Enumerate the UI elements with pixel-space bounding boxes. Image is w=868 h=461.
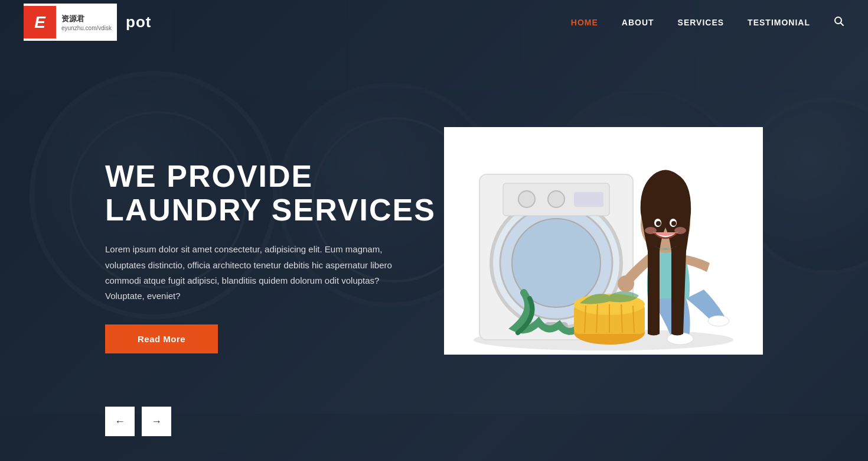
- search-icon[interactable]: [834, 18, 844, 28]
- prev-arrow-button[interactable]: ←: [105, 407, 135, 436]
- hero-image-card: [444, 127, 763, 355]
- nav-arrows: ← →: [105, 407, 171, 436]
- nav-item-testimonial[interactable]: TESTIMONIAL: [748, 17, 810, 28]
- nav-link-services[interactable]: SERVICES: [678, 18, 725, 27]
- nav-link-about[interactable]: ABOUT: [622, 18, 654, 27]
- site-title: pot: [126, 13, 151, 31]
- svg-point-22: [670, 334, 691, 343]
- hero-headline-line1: WE PROVIDE: [105, 159, 313, 193]
- svg-point-31: [645, 227, 657, 234]
- navbar: E 资源君 eyunzhu.com/vdisk pot HOME ABOUT S…: [0, 0, 868, 44]
- svg-point-29: [656, 221, 661, 226]
- search-nav-item[interactable]: [834, 16, 844, 29]
- logo-subtitle: eyunzhu.com/vdisk: [60, 25, 113, 32]
- hero-headline-line2: LAUNDRY SERVICES: [105, 193, 436, 227]
- nav-link-testimonial[interactable]: TESTIMONIAL: [748, 18, 810, 27]
- svg-point-30: [671, 221, 676, 226]
- nav-links: HOME ABOUT SERVICES TESTIMONIAL: [571, 16, 844, 29]
- hero-illustration: [444, 127, 763, 355]
- svg-rect-25: [621, 278, 628, 291]
- nav-link-home[interactable]: HOME: [571, 18, 598, 27]
- logo-chinese: 资源君: [60, 13, 113, 25]
- svg-rect-12: [574, 192, 603, 207]
- logo-text: 资源君 eyunzhu.com/vdisk: [56, 13, 113, 32]
- svg-point-23: [708, 316, 729, 326]
- svg-line-1: [841, 22, 844, 25]
- hero-content: WE PROVIDE LAUNDRY SERVICES Lorem ipsum …: [105, 160, 436, 353]
- read-more-button[interactable]: Read More: [105, 324, 218, 353]
- nav-item-home[interactable]: HOME: [571, 17, 598, 28]
- hero-headline: WE PROVIDE LAUNDRY SERVICES: [105, 160, 436, 227]
- svg-point-11: [548, 191, 564, 207]
- hero-section: E 资源君 eyunzhu.com/vdisk pot HOME ABOUT S…: [0, 0, 868, 461]
- logo-area: E 资源君 eyunzhu.com/vdisk pot: [24, 4, 151, 41]
- svg-point-32: [674, 227, 686, 234]
- svg-point-10: [518, 191, 535, 207]
- next-arrow-button[interactable]: →: [142, 407, 171, 436]
- nav-item-about[interactable]: ABOUT: [622, 17, 654, 28]
- hero-description: Lorem ipsum dolor sit amet consectetur, …: [105, 242, 418, 304]
- nav-item-services[interactable]: SERVICES: [678, 17, 725, 28]
- logo-icon: E: [24, 6, 56, 38]
